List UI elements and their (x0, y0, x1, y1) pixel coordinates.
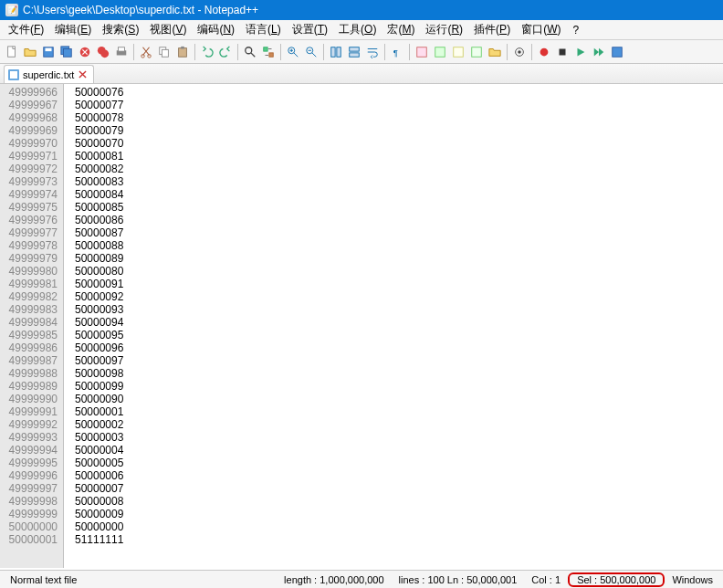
text-line[interactable]: 50000088 (75, 239, 723, 252)
find-icon[interactable] (242, 44, 258, 60)
text-line[interactable]: 50000001 (75, 405, 723, 418)
funclist-icon[interactable] (468, 44, 485, 60)
text-line[interactable]: 50000085 (75, 201, 723, 214)
menu-t[interactable]: 设置(T) (288, 20, 332, 39)
line-number: 50000001 (0, 533, 63, 546)
editor[interactable]: 4999996649999967499999684999996949999970… (0, 84, 723, 568)
text-line[interactable]: 50000095 (75, 329, 723, 341)
status-filetype: Normal text file (3, 574, 84, 585)
text-line[interactable]: 50000092 (75, 290, 723, 303)
text-line[interactable]: 50000093 (75, 303, 723, 316)
stop-icon[interactable] (554, 44, 571, 60)
zoom-out-icon[interactable] (303, 44, 320, 60)
replace-icon[interactable] (260, 44, 277, 60)
udlang-icon[interactable] (432, 44, 448, 60)
tab-active[interactable]: superdic.txt (4, 65, 94, 83)
title-bar: 📝 C:\Users\geek\Desktop\superdic.txt - N… (0, 0, 723, 20)
text-line[interactable]: 50000008 (75, 495, 723, 508)
text-line[interactable]: 50000097 (75, 354, 723, 367)
text-line[interactable]: 50000091 (75, 278, 723, 290)
text-line[interactable]: 50000099 (75, 380, 723, 393)
close-icon[interactable] (77, 44, 93, 60)
text-line[interactable]: 50000004 (75, 444, 723, 457)
svg-point-7 (100, 49, 109, 58)
text-line[interactable]: 50000070 (75, 137, 723, 150)
line-number: 49999986 (0, 341, 63, 354)
text-line[interactable]: 50000076 (75, 86, 723, 99)
text-line[interactable]: 50000009 (75, 508, 723, 520)
text-line[interactable]: 50000077 (75, 99, 723, 111)
text-line[interactable]: 50000089 (75, 252, 723, 265)
line-number: 49999974 (0, 188, 63, 201)
text-line[interactable]: 51111111 (75, 533, 723, 546)
cut-icon[interactable] (138, 44, 154, 60)
text-line[interactable]: 50000087 (75, 226, 723, 239)
show-chars-icon[interactable]: ¶ (389, 44, 405, 60)
line-number-gutter: 4999996649999967499999684999996949999970… (0, 84, 64, 568)
save-all-icon[interactable] (58, 44, 75, 60)
text-line[interactable]: 50000086 (75, 214, 723, 226)
text-line[interactable]: 50000005 (75, 457, 723, 469)
sync-v-icon[interactable] (328, 44, 344, 60)
text-line[interactable]: 50000083 (75, 175, 723, 188)
text-line[interactable]: 50000003 (75, 431, 723, 444)
play-icon[interactable] (572, 44, 589, 60)
menu-e[interactable]: 编辑(E) (50, 20, 96, 39)
close-all-icon[interactable] (95, 44, 111, 60)
print-icon[interactable] (113, 44, 130, 60)
menu-s[interactable]: 搜索(S) (98, 20, 143, 39)
text-line[interactable]: 50000094 (75, 316, 723, 329)
text-line[interactable]: 50000096 (75, 341, 723, 354)
redo-icon[interactable] (217, 44, 234, 60)
save-icon[interactable] (40, 44, 57, 60)
text-line[interactable]: 50000078 (75, 111, 723, 124)
text-line[interactable]: 50000090 (75, 393, 723, 405)
app-icon: 📝 (5, 4, 18, 16)
text-line[interactable]: 50000081 (75, 150, 723, 163)
copy-icon[interactable] (156, 44, 173, 60)
text-line[interactable]: 50000082 (75, 163, 723, 175)
menu-l[interactable]: 语言(L) (241, 20, 286, 39)
menu-f[interactable]: 文件(F) (4, 20, 48, 39)
record-icon[interactable] (536, 44, 552, 60)
tab-close-icon[interactable] (78, 69, 88, 79)
svg-rect-34 (613, 47, 623, 57)
line-number: 49999966 (0, 86, 63, 99)
paste-icon[interactable] (174, 44, 191, 60)
editor-content[interactable]: 5000007650000077500000785000007950000070… (64, 84, 723, 568)
menu-n[interactable]: 编码(N) (193, 20, 239, 39)
menu-p[interactable]: 插件(P) (469, 20, 515, 39)
line-number: 49999969 (0, 124, 63, 137)
docmap-icon[interactable] (450, 44, 466, 60)
play-multi-icon[interactable] (591, 44, 607, 60)
text-line[interactable]: 50000098 (75, 367, 723, 380)
new-file-icon[interactable] (4, 44, 20, 60)
svg-rect-14 (179, 47, 187, 57)
indent-guide-icon[interactable] (414, 44, 430, 60)
zoom-in-icon[interactable] (285, 44, 301, 60)
menu-w[interactable]: 窗口(W) (517, 20, 565, 39)
text-line[interactable]: 50000079 (75, 124, 723, 137)
save-macro-icon[interactable] (609, 44, 625, 60)
text-line[interactable]: 50000080 (75, 265, 723, 278)
text-line[interactable]: 50000000 (75, 520, 723, 533)
menu-v[interactable]: 视图(V) (145, 20, 191, 39)
text-line[interactable]: 50000007 (75, 482, 723, 495)
menu-o[interactable]: 工具(O) (334, 20, 381, 39)
open-file-icon[interactable] (22, 44, 38, 60)
line-number: 49999976 (0, 214, 63, 226)
svg-rect-27 (435, 47, 445, 57)
text-line[interactable]: 50000006 (75, 469, 723, 482)
line-number: 49999984 (0, 316, 63, 329)
monitor-icon[interactable] (511, 44, 528, 60)
text-line[interactable]: 50000084 (75, 188, 723, 201)
undo-icon[interactable] (199, 44, 215, 60)
sync-h-icon[interactable] (346, 44, 362, 60)
menu-help[interactable]: ? (567, 22, 584, 38)
wrap-icon[interactable] (364, 44, 381, 60)
folder-icon[interactable] (487, 44, 503, 60)
menu-r[interactable]: 运行(R) (421, 20, 467, 39)
menu-m[interactable]: 宏(M) (382, 20, 419, 39)
status-bar: Normal text file length : 1,000,000,000 … (0, 570, 723, 588)
text-line[interactable]: 50000002 (75, 418, 723, 431)
